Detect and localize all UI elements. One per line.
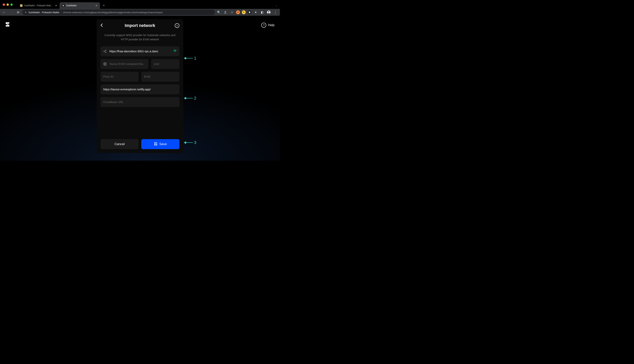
extension-badge-icon[interactable]: ₽ [236,10,240,14]
app-logo [6,22,10,28]
address-bar[interactable]: ✦ SubWallet - Polkadot Wallet | chrome-e… [22,10,215,15]
chain-name-value: Tanssi EVM ContainerCha [110,62,146,66]
minimize-window[interactable] [6,4,9,6]
tab-strip: 🖼️ SubWallet - Polkadot Wallet - ✕ SubWa… [0,2,280,9]
tab-title: SubWallet - Polkadot Wallet - [24,4,54,7]
import-network-panel: Import network i Currently support WSS p… [97,19,183,153]
crowdloan-placeholder: Crowdloan URL [103,100,177,104]
extensions-icon[interactable]: ✦ [253,10,258,14]
annotation-3: 3 [184,140,196,145]
save-icon [154,142,158,146]
wifi-connected-icon [173,50,177,53]
symbol-field[interactable]: Unit [151,59,179,69]
menu-icon[interactable]: ⋮ [273,10,278,14]
share-nodes-icon [103,50,107,53]
tab-favicon-icon: 🖼️ [20,4,23,7]
annotation-1: 1 [184,56,196,61]
cancel-button[interactable]: Cancel [100,139,138,149]
provider-url-value: https://fraa-dancebox-3001-rpc.a.danc [110,50,171,53]
info-button[interactable]: i [175,23,179,28]
window-controls[interactable] [3,4,13,6]
tab-title: SubWallet [66,4,94,7]
url-text: chrome-extension://onhogfjeacnfoofkfgppd… [63,11,163,14]
maximize-window[interactable] [10,4,13,6]
block-explorer-value: https://tanssi-evmexplorer.netlify.app/ [103,88,177,91]
svg-point-1 [268,11,270,12]
page-content: ? Help Import network i Currently suppor… [0,16,280,161]
zoom-icon[interactable]: 🔍 [216,10,221,14]
chain-name-field[interactable]: Tanssi EVM ContainerCha [100,59,148,69]
symbol-placeholder: Unit [154,62,177,66]
panel-title: Import network [125,23,155,28]
block-explorer-field[interactable]: https://tanssi-evmexplorer.netlify.app/ [100,84,179,94]
tab-favicon-icon [62,4,64,7]
bookmark-icon[interactable]: ☆ [230,10,234,14]
crowdloan-url-field[interactable]: Crowdloan URL [100,97,179,107]
annotation-2: 2 [184,96,196,101]
globe-icon [103,62,107,66]
svg-line-5 [104,50,105,51]
expand-tabs-icon[interactable]: ⌄ [276,4,277,7]
close-tab-icon[interactable]: ✕ [95,4,98,7]
forward-button[interactable]: → [8,10,14,15]
provider-url-field[interactable]: https://fraa-dancebox-3001-rpc.a.danc [100,46,179,56]
close-tab-icon[interactable]: ✕ [55,4,57,7]
side-panel-icon[interactable]: ◧ [260,10,264,14]
back-button[interactable]: ← [2,10,7,15]
price-id-field[interactable]: Price ID [100,72,138,82]
svg-point-3 [104,51,104,52]
new-tab-button[interactable]: + [101,3,106,8]
help-label: Help [268,24,274,27]
profile-icon[interactable] [266,10,271,14]
price-id-placeholder: Price ID [103,75,136,78]
share-icon[interactable] [223,10,228,14]
extension-metamask-icon[interactable]: 🦊 [242,10,246,14]
browser-tab-active[interactable]: SubWallet ✕ [60,2,100,9]
chain-type-value: EVM [144,75,177,78]
panel-subtitle: Currently support WSS provider for Subst… [100,33,179,42]
svg-point-4 [105,52,106,53]
help-icon: ? [261,23,266,28]
site-name: SubWallet - Polkadot Wallet [28,11,59,14]
extension-icon: ✦ [24,11,27,14]
svg-point-2 [105,50,106,51]
browser-toolbar: ← → ⟳ ✦ SubWallet - Polkadot Wallet | ch… [0,9,280,16]
reload-button[interactable]: ⟳ [16,10,21,15]
chain-type-field[interactable]: EVM [141,72,179,82]
save-button[interactable]: Save [141,139,179,149]
close-window[interactable] [3,4,5,6]
help-button[interactable]: ? Help [261,23,274,28]
browser-tab[interactable]: 🖼️ SubWallet - Polkadot Wallet - ✕ [17,2,60,9]
svg-line-6 [104,52,105,52]
extension-subwallet-icon[interactable] [248,10,252,14]
panel-back-button[interactable] [100,23,105,28]
